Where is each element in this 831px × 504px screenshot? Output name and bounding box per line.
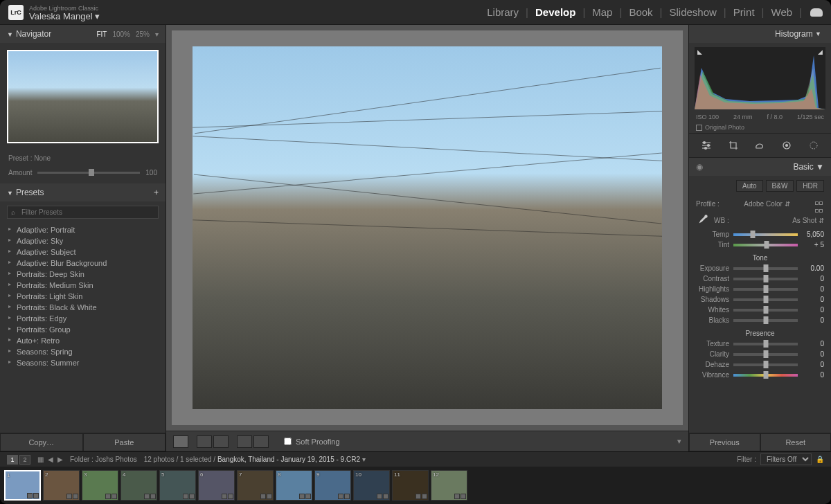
blacks-value[interactable]: 0: [802, 316, 824, 324]
module-library[interactable]: Library: [484, 6, 521, 18]
preset-search-input[interactable]: [7, 206, 159, 219]
blacks-slider[interactable]: [733, 319, 798, 322]
preset-group[interactable]: Adaptive: Blur Background: [0, 258, 166, 269]
presets-header[interactable]: ▼Presets +: [0, 183, 166, 201]
navigator-header[interactable]: ▼Navigator FIT 100% 25% ▾: [0, 25, 166, 43]
filmstrip-thumb[interactable]: 12: [431, 470, 467, 501]
preset-group[interactable]: Portraits: Light Skin: [0, 291, 166, 302]
wb-value[interactable]: As Shot: [792, 217, 816, 224]
nav-fit[interactable]: FIT: [96, 30, 107, 38]
paste-button[interactable]: Paste: [83, 433, 166, 451]
dehaze-value[interactable]: 0: [802, 361, 824, 368]
vibrance-value[interactable]: 0: [802, 371, 824, 379]
grid-icon[interactable]: ▦: [37, 456, 44, 463]
filmstrip-thumb[interactable]: 9: [314, 470, 351, 501]
clipping-highlights-icon[interactable]: ◢: [818, 48, 823, 55]
clipping-shadows-icon[interactable]: ◣: [697, 48, 702, 55]
cloud-sync-icon[interactable]: [810, 8, 823, 17]
toolbar-menu-icon[interactable]: ▾: [677, 437, 681, 446]
module-book[interactable]: Book: [626, 6, 655, 18]
temp-value[interactable]: 5,050: [802, 231, 824, 238]
texture-slider[interactable]: [733, 343, 798, 345]
basic-panel-header[interactable]: ◉ Basic ▼: [689, 158, 831, 176]
hdr-button[interactable]: HDR: [796, 180, 824, 192]
filmstrip-thumb[interactable]: 6: [198, 470, 235, 501]
navigator-preview[interactable]: [7, 50, 159, 143]
vibrance-slider[interactable]: [733, 374, 798, 377]
nav-back-icon[interactable]: ◀: [48, 456, 53, 463]
whites-value[interactable]: 0: [802, 306, 824, 314]
filmstrip-thumb[interactable]: 7: [237, 470, 274, 501]
mask-tool-icon[interactable]: [779, 139, 794, 152]
highlights-value[interactable]: 0: [802, 285, 824, 293]
filmstrip-thumb[interactable]: 10: [353, 470, 390, 501]
preset-group[interactable]: Auto+: Retro: [0, 335, 166, 346]
nav-100[interactable]: 100%: [112, 30, 130, 38]
nav-fwd-icon[interactable]: ▶: [57, 456, 63, 463]
loupe-view[interactable]: [172, 30, 683, 425]
original-photo-toggle[interactable]: Original Photo: [689, 122, 831, 133]
reset-button[interactable]: Reset: [760, 433, 832, 451]
preset-group[interactable]: Portraits: Black & White: [0, 302, 166, 313]
wb-eyedropper-icon[interactable]: [696, 214, 708, 226]
healing-tool-icon[interactable]: [752, 139, 767, 152]
clarity-value[interactable]: 0: [802, 350, 824, 358]
chevron-down-icon[interactable]: ▾: [362, 456, 366, 463]
shadows-value[interactable]: 0: [802, 296, 824, 303]
whites-slider[interactable]: [733, 309, 798, 312]
before-after-lr-button[interactable]: [197, 435, 212, 448]
histogram[interactable]: ◣ ◢: [695, 47, 825, 109]
module-print[interactable]: Print: [731, 6, 758, 18]
filmstrip[interactable]: 123456789101112: [0, 467, 831, 504]
identity-plate[interactable]: Valeska Mangel ▾: [29, 12, 100, 21]
filmstrip-thumb[interactable]: 5: [159, 470, 196, 501]
filmstrip-thumb[interactable]: 4: [120, 470, 157, 501]
histogram-header[interactable]: Histogram ▼: [689, 25, 831, 43]
preset-group[interactable]: Portraits: Edgy: [0, 313, 166, 324]
redeye-tool-icon[interactable]: [806, 139, 821, 152]
module-slideshow[interactable]: Slideshow: [666, 6, 719, 18]
compare-swap-button[interactable]: [253, 435, 269, 448]
bw-button[interactable]: B&W: [766, 180, 794, 192]
preset-group[interactable]: Adaptive: Sky: [0, 235, 166, 246]
nav-25[interactable]: 25%: [136, 30, 150, 38]
chevron-down-icon[interactable]: ▾: [155, 30, 159, 38]
crop-tool-icon[interactable]: [726, 139, 741, 152]
profile-value[interactable]: Adobe Color: [744, 200, 783, 208]
panel-switch-icon[interactable]: ◉: [696, 162, 703, 172]
exposure-slider[interactable]: [733, 267, 798, 270]
preset-group[interactable]: Portraits: Medium Skin: [0, 280, 166, 291]
preset-amount-slider[interactable]: [37, 172, 140, 174]
highlights-slider[interactable]: [733, 288, 798, 291]
module-develop[interactable]: Develop: [533, 6, 578, 18]
filter-select[interactable]: Filters Off: [760, 453, 812, 465]
tint-value[interactable]: + 5: [802, 241, 824, 249]
preset-group[interactable]: Seasons: Spring: [0, 346, 166, 357]
preset-group[interactable]: Adaptive: Subject: [0, 246, 166, 258]
filmstrip-thumb[interactable]: 3: [82, 470, 118, 501]
preset-group[interactable]: Portraits: Group: [0, 324, 166, 335]
exposure-value[interactable]: 0.00: [802, 264, 824, 272]
filmstrip-thumb[interactable]: 11: [392, 470, 429, 501]
shadows-slider[interactable]: [733, 298, 798, 301]
loupe-view-button[interactable]: [173, 435, 188, 448]
second-monitor-1[interactable]: 1: [7, 455, 18, 465]
dehaze-slider[interactable]: [733, 363, 798, 366]
filmstrip-thumb[interactable]: 1: [4, 470, 41, 501]
tint-slider[interactable]: [733, 244, 798, 246]
preset-group[interactable]: Adaptive: Portrait: [0, 224, 166, 235]
preset-group[interactable]: Seasons: Summer: [0, 357, 166, 368]
breadcrumb[interactable]: Bangkok, Thailand - January 19, 2015 - 9…: [217, 456, 360, 463]
folder-label[interactable]: Folder : Joshs Photos: [70, 456, 137, 463]
auto-button[interactable]: Auto: [736, 180, 763, 192]
preset-group[interactable]: Portraits: Deep Skin: [0, 269, 166, 280]
previous-button[interactable]: Previous: [689, 433, 760, 451]
compare-yy-button[interactable]: [237, 435, 252, 448]
soft-proofing-toggle[interactable]: Soft Proofing: [284, 438, 340, 446]
texture-value[interactable]: 0: [802, 340, 824, 348]
copy-button[interactable]: Copy…: [0, 433, 83, 451]
module-web[interactable]: Web: [769, 6, 796, 18]
profile-browser-icon[interactable]: [814, 199, 824, 208]
second-monitor-2[interactable]: 2: [19, 455, 30, 465]
filmstrip-thumb[interactable]: 2: [43, 470, 80, 501]
